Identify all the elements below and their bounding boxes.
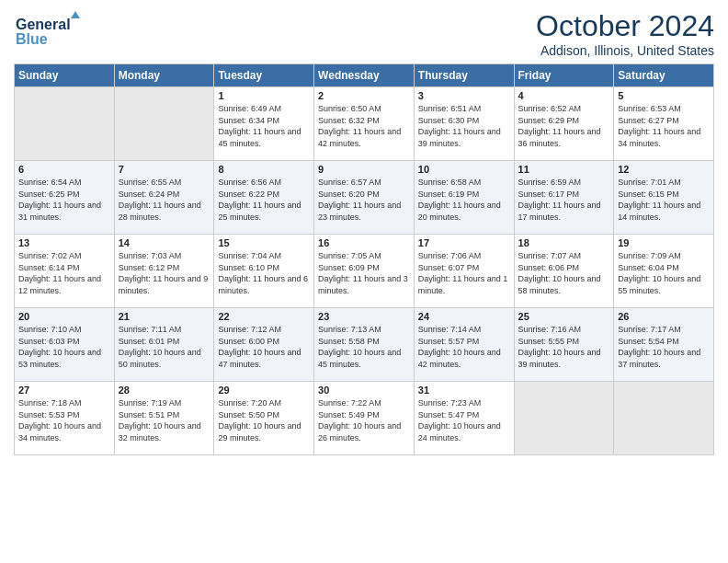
day-info: Sunrise: 7:02 AM Sunset: 6:14 PM Dayligh… (18, 250, 110, 296)
svg-text:Blue: Blue (16, 31, 48, 47)
day-info: Sunrise: 6:55 AM Sunset: 6:24 PM Dayligh… (119, 177, 210, 223)
month-title: October 2024 (536, 9, 714, 43)
day-number: 8 (218, 164, 310, 175)
day-info: Sunrise: 6:56 AM Sunset: 6:22 PM Dayligh… (218, 177, 310, 223)
day-info: Sunrise: 7:16 AM Sunset: 5:55 PM Dayligh… (518, 324, 610, 370)
day-number: 3 (418, 90, 510, 101)
day-info: Sunrise: 7:23 AM Sunset: 5:47 PM Dayligh… (418, 397, 510, 443)
day-info: Sunrise: 7:18 AM Sunset: 5:53 PM Dayligh… (18, 397, 110, 443)
day-cell: 19Sunrise: 7:09 AM Sunset: 6:04 PM Dayli… (614, 235, 714, 308)
day-cell: 6Sunrise: 6:54 AM Sunset: 6:25 PM Daylig… (15, 161, 115, 235)
day-cell: 5Sunrise: 6:53 AM Sunset: 6:27 PM Daylig… (614, 87, 714, 161)
day-cell: 23Sunrise: 7:13 AM Sunset: 5:58 PM Dayli… (314, 308, 415, 382)
day-cell: 28Sunrise: 7:19 AM Sunset: 5:51 PM Dayli… (114, 382, 214, 455)
day-number: 5 (618, 90, 710, 101)
page: General Blue October 2024 Addison, Illin… (0, 0, 728, 563)
logo-svg: General Blue (14, 9, 97, 51)
day-number: 6 (18, 164, 110, 175)
day-cell: 31Sunrise: 7:23 AM Sunset: 5:47 PM Dayli… (414, 382, 514, 455)
day-number: 19 (618, 237, 710, 248)
week-row-3: 20Sunrise: 7:10 AM Sunset: 6:03 PM Dayli… (15, 308, 714, 382)
calendar-body: 1Sunrise: 6:49 AM Sunset: 6:34 PM Daylig… (15, 87, 714, 455)
day-info: Sunrise: 6:52 AM Sunset: 6:29 PM Dayligh… (518, 103, 610, 149)
col-tuesday: Tuesday (214, 64, 314, 87)
day-cell: 11Sunrise: 6:59 AM Sunset: 6:17 PM Dayli… (514, 161, 614, 235)
col-wednesday: Wednesday (314, 64, 415, 87)
day-info: Sunrise: 6:51 AM Sunset: 6:30 PM Dayligh… (418, 103, 510, 149)
day-number: 21 (119, 311, 210, 322)
day-number: 22 (218, 311, 310, 322)
title-block: October 2024 Addison, Illinois, United S… (536, 9, 714, 58)
day-number: 24 (418, 311, 510, 322)
day-info: Sunrise: 7:01 AM Sunset: 6:15 PM Dayligh… (618, 177, 710, 223)
day-info: Sunrise: 7:13 AM Sunset: 5:58 PM Dayligh… (318, 324, 410, 370)
day-number: 17 (418, 237, 510, 248)
day-cell: 20Sunrise: 7:10 AM Sunset: 6:03 PM Dayli… (15, 308, 115, 382)
day-info: Sunrise: 7:04 AM Sunset: 6:10 PM Dayligh… (218, 250, 310, 296)
day-info: Sunrise: 7:06 AM Sunset: 6:07 PM Dayligh… (418, 250, 510, 296)
col-monday: Monday (114, 64, 214, 87)
day-number: 9 (318, 164, 410, 175)
day-cell: 2Sunrise: 6:50 AM Sunset: 6:32 PM Daylig… (314, 87, 415, 161)
col-friday: Friday (514, 64, 614, 87)
day-number: 12 (618, 164, 710, 175)
day-number: 28 (119, 385, 210, 396)
day-info: Sunrise: 7:07 AM Sunset: 6:06 PM Dayligh… (518, 250, 610, 296)
day-info: Sunrise: 6:53 AM Sunset: 6:27 PM Dayligh… (618, 103, 710, 149)
day-number: 15 (218, 237, 310, 248)
day-number: 27 (18, 385, 110, 396)
day-cell: 8Sunrise: 6:56 AM Sunset: 6:22 PM Daylig… (214, 161, 314, 235)
day-info: Sunrise: 7:12 AM Sunset: 6:00 PM Dayligh… (218, 324, 310, 370)
day-info: Sunrise: 7:05 AM Sunset: 6:09 PM Dayligh… (318, 250, 410, 296)
day-number: 31 (418, 385, 510, 396)
day-cell: 16Sunrise: 7:05 AM Sunset: 6:09 PM Dayli… (314, 235, 415, 308)
day-cell: 26Sunrise: 7:17 AM Sunset: 5:54 PM Dayli… (614, 308, 714, 382)
day-number: 25 (518, 311, 610, 322)
day-cell: 13Sunrise: 7:02 AM Sunset: 6:14 PM Dayli… (15, 235, 115, 308)
day-info: Sunrise: 7:22 AM Sunset: 5:49 PM Dayligh… (318, 397, 410, 443)
day-info: Sunrise: 7:03 AM Sunset: 6:12 PM Dayligh… (119, 250, 210, 296)
day-cell: 29Sunrise: 7:20 AM Sunset: 5:50 PM Dayli… (214, 382, 314, 455)
day-cell: 4Sunrise: 6:52 AM Sunset: 6:29 PM Daylig… (514, 87, 614, 161)
day-info: Sunrise: 7:14 AM Sunset: 5:57 PM Dayligh… (418, 324, 510, 370)
day-number: 14 (119, 237, 210, 248)
day-number: 29 (218, 385, 310, 396)
day-number: 20 (18, 311, 110, 322)
day-info: Sunrise: 7:09 AM Sunset: 6:04 PM Dayligh… (618, 250, 710, 296)
week-row-0: 1Sunrise: 6:49 AM Sunset: 6:34 PM Daylig… (15, 87, 714, 161)
location-title: Addison, Illinois, United States (536, 43, 714, 58)
day-info: Sunrise: 6:59 AM Sunset: 6:17 PM Dayligh… (518, 177, 610, 223)
day-cell (114, 87, 214, 161)
day-info: Sunrise: 6:58 AM Sunset: 6:19 PM Dayligh… (418, 177, 510, 223)
day-info: Sunrise: 7:11 AM Sunset: 6:01 PM Dayligh… (119, 324, 210, 370)
week-row-1: 6Sunrise: 6:54 AM Sunset: 6:25 PM Daylig… (15, 161, 714, 235)
logo: General Blue (14, 9, 97, 54)
day-info: Sunrise: 6:50 AM Sunset: 6:32 PM Dayligh… (318, 103, 410, 149)
day-cell: 25Sunrise: 7:16 AM Sunset: 5:55 PM Dayli… (514, 308, 614, 382)
day-cell: 3Sunrise: 6:51 AM Sunset: 6:30 PM Daylig… (414, 87, 514, 161)
day-cell (15, 87, 115, 161)
day-cell: 7Sunrise: 6:55 AM Sunset: 6:24 PM Daylig… (114, 161, 214, 235)
day-number: 4 (518, 90, 610, 101)
week-row-4: 27Sunrise: 7:18 AM Sunset: 5:53 PM Dayli… (15, 382, 714, 455)
day-info: Sunrise: 7:20 AM Sunset: 5:50 PM Dayligh… (218, 397, 310, 443)
day-number: 7 (119, 164, 210, 175)
week-row-2: 13Sunrise: 7:02 AM Sunset: 6:14 PM Dayli… (15, 235, 714, 308)
day-cell: 18Sunrise: 7:07 AM Sunset: 6:06 PM Dayli… (514, 235, 614, 308)
day-info: Sunrise: 7:19 AM Sunset: 5:51 PM Dayligh… (119, 397, 210, 443)
day-number: 1 (218, 90, 310, 101)
col-thursday: Thursday (414, 64, 514, 87)
day-number: 13 (18, 237, 110, 248)
day-cell: 12Sunrise: 7:01 AM Sunset: 6:15 PM Dayli… (614, 161, 714, 235)
col-sunday: Sunday (15, 64, 115, 87)
day-cell: 22Sunrise: 7:12 AM Sunset: 6:00 PM Dayli… (214, 308, 314, 382)
svg-marker-2 (71, 11, 80, 18)
day-number: 11 (518, 164, 610, 175)
day-cell: 17Sunrise: 7:06 AM Sunset: 6:07 PM Dayli… (414, 235, 514, 308)
day-info: Sunrise: 6:49 AM Sunset: 6:34 PM Dayligh… (218, 103, 310, 149)
day-number: 10 (418, 164, 510, 175)
day-number: 30 (318, 385, 410, 396)
day-number: 18 (518, 237, 610, 248)
day-cell: 14Sunrise: 7:03 AM Sunset: 6:12 PM Dayli… (114, 235, 214, 308)
day-info: Sunrise: 7:17 AM Sunset: 5:54 PM Dayligh… (618, 324, 710, 370)
